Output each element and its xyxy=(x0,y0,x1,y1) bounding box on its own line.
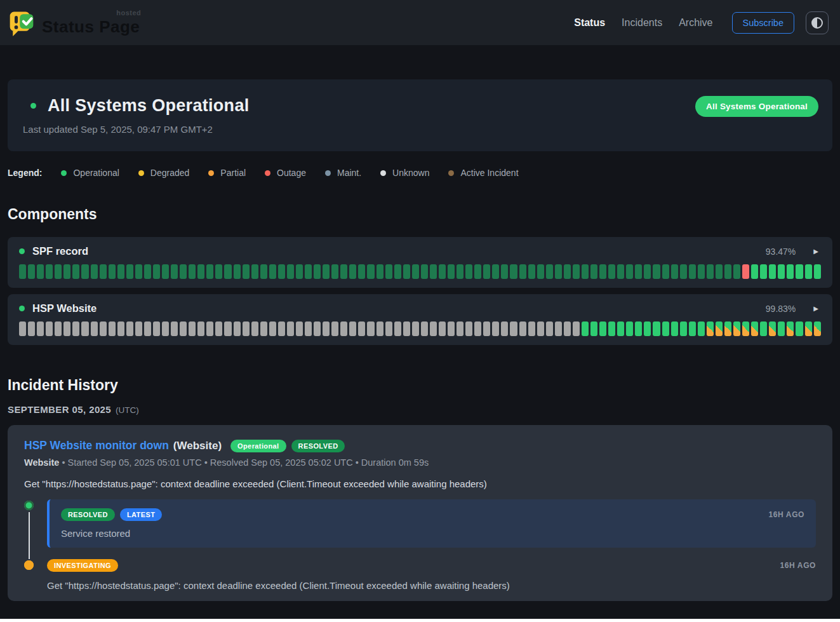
uptime-bar[interactable] xyxy=(698,321,705,336)
uptime-bar[interactable] xyxy=(760,264,767,279)
uptime-bar[interactable] xyxy=(492,264,499,279)
uptime-bar[interactable] xyxy=(671,321,678,336)
uptime-bar[interactable] xyxy=(626,264,633,279)
uptime-bar[interactable] xyxy=(573,264,580,279)
uptime-bar[interactable] xyxy=(733,321,740,336)
uptime-bar[interactable] xyxy=(260,264,267,279)
uptime-bar[interactable] xyxy=(805,321,812,336)
uptime-bar[interactable] xyxy=(751,321,758,336)
expand-arrow-icon[interactable]: ▶ xyxy=(813,305,818,312)
uptime-bar[interactable] xyxy=(358,264,365,279)
uptime-bar[interactable] xyxy=(501,321,508,336)
uptime-bar[interactable] xyxy=(72,264,79,279)
component-header[interactable]: SPF record93.47%▶ xyxy=(19,245,821,257)
uptime-bar[interactable] xyxy=(323,321,330,336)
uptime-bar[interactable] xyxy=(323,264,330,279)
uptime-bar[interactable] xyxy=(787,321,794,336)
uptime-bar[interactable] xyxy=(28,264,35,279)
uptime-bar[interactable] xyxy=(287,321,294,336)
uptime-bar[interactable] xyxy=(251,321,258,336)
uptime-bar[interactable] xyxy=(55,321,62,336)
uptime-bar[interactable] xyxy=(81,321,88,336)
uptime-bar[interactable] xyxy=(474,321,481,336)
uptime-bar[interactable] xyxy=(590,321,597,336)
uptime-bar[interactable] xyxy=(331,264,338,279)
uptime-bar[interactable] xyxy=(448,264,455,279)
uptime-bar[interactable] xyxy=(787,264,794,279)
uptime-bar[interactable] xyxy=(510,321,517,336)
uptime-bar[interactable] xyxy=(546,321,553,336)
uptime-bar[interactable] xyxy=(608,264,615,279)
uptime-bar[interactable] xyxy=(528,321,535,336)
uptime-bar[interactable] xyxy=(91,321,98,336)
uptime-bar[interactable] xyxy=(421,264,428,279)
uptime-bar[interactable] xyxy=(81,264,88,279)
uptime-bar[interactable] xyxy=(206,321,213,336)
uptime-bar[interactable] xyxy=(37,264,44,279)
uptime-bar[interactable] xyxy=(162,321,169,336)
uptime-bar[interactable] xyxy=(109,321,116,336)
uptime-bar[interactable] xyxy=(126,264,133,279)
uptime-bar[interactable] xyxy=(349,321,356,336)
uptime-bar[interactable] xyxy=(251,264,258,279)
uptime-bar[interactable] xyxy=(278,321,285,336)
uptime-bar[interactable] xyxy=(305,321,312,336)
uptime-bar[interactable] xyxy=(778,321,785,336)
uptime-bar[interactable] xyxy=(100,264,107,279)
uptime-bar[interactable] xyxy=(599,264,606,279)
uptime-bar[interactable] xyxy=(314,321,321,336)
uptime-bar[interactable] xyxy=(224,321,231,336)
uptime-bar[interactable] xyxy=(680,321,687,336)
uptime-bar[interactable] xyxy=(144,321,151,336)
uptime-bar[interactable] xyxy=(510,264,517,279)
uptime-bar[interactable] xyxy=(100,321,107,336)
uptime-bar[interactable] xyxy=(189,321,196,336)
uptime-bar[interactable] xyxy=(278,264,285,279)
nav-item-status[interactable]: Status xyxy=(574,17,605,29)
expand-arrow-icon[interactable]: ▶ xyxy=(813,248,818,255)
uptime-bar[interactable] xyxy=(37,321,44,336)
subscribe-button[interactable]: Subscribe xyxy=(732,12,794,34)
uptime-bar[interactable] xyxy=(528,264,535,279)
uptime-bar[interactable] xyxy=(296,264,303,279)
uptime-bar[interactable] xyxy=(769,321,776,336)
uptime-bar[interactable] xyxy=(724,321,731,336)
uptime-bar[interactable] xyxy=(377,264,383,279)
uptime-bar[interactable] xyxy=(46,321,53,336)
uptime-bar[interactable] xyxy=(599,321,606,336)
uptime-bar[interactable] xyxy=(358,321,365,336)
uptime-bar[interactable] xyxy=(439,321,446,336)
uptime-bar[interactable] xyxy=(189,264,196,279)
uptime-bar[interactable] xyxy=(590,264,597,279)
uptime-bar[interactable] xyxy=(135,264,142,279)
component-header[interactable]: HSP Website99.83%▶ xyxy=(19,302,821,314)
uptime-bar[interactable] xyxy=(117,321,124,336)
uptime-bar[interactable] xyxy=(796,321,803,336)
uptime-bar[interactable] xyxy=(19,264,26,279)
uptime-bar[interactable] xyxy=(483,321,490,336)
uptime-bar[interactable] xyxy=(689,264,696,279)
uptime-bar[interactable] xyxy=(617,321,624,336)
uptime-bar[interactable] xyxy=(805,264,812,279)
uptime-bar[interactable] xyxy=(243,264,250,279)
uptime-bar[interactable] xyxy=(394,321,401,336)
uptime-bar[interactable] xyxy=(63,321,70,336)
uptime-bar[interactable] xyxy=(492,321,499,336)
uptime-bar[interactable] xyxy=(180,321,187,336)
uptime-bar[interactable] xyxy=(135,321,142,336)
uptime-bar[interactable] xyxy=(707,321,714,336)
uptime-bar[interactable] xyxy=(28,321,35,336)
uptime-bar[interactable] xyxy=(457,264,463,279)
uptime-bar[interactable] xyxy=(55,264,62,279)
uptime-bar[interactable] xyxy=(144,264,151,279)
uptime-bar[interactable] xyxy=(751,264,758,279)
uptime-bar[interactable] xyxy=(421,321,428,336)
uptime-bar[interactable] xyxy=(412,264,419,279)
uptime-bar[interactable] xyxy=(91,264,98,279)
uptime-bar[interactable] xyxy=(537,321,544,336)
uptime-bar[interactable] xyxy=(769,264,776,279)
uptime-bar[interactable] xyxy=(412,321,419,336)
uptime-bar[interactable] xyxy=(403,264,410,279)
uptime-bar[interactable] xyxy=(698,264,705,279)
uptime-bar[interactable] xyxy=(671,264,678,279)
